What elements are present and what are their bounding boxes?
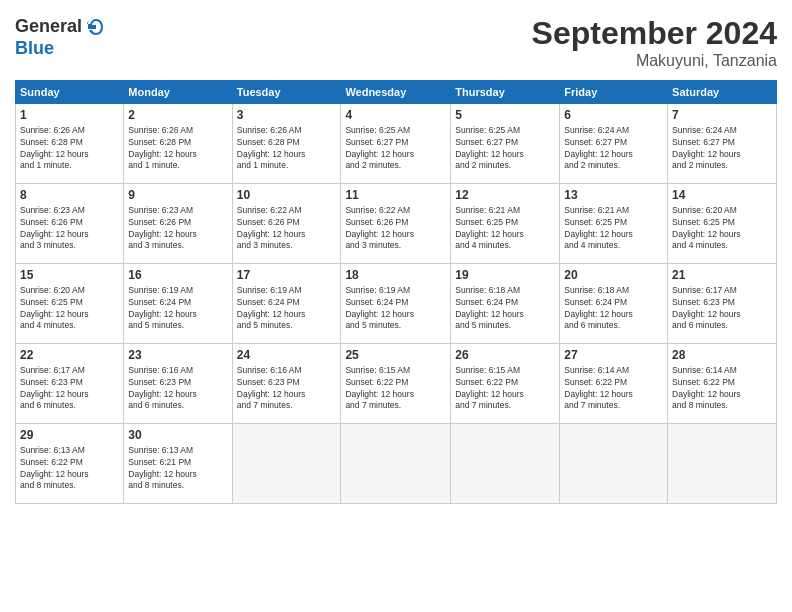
calendar-day-cell: 25Sunrise: 6:15 AMSunset: 6:22 PMDayligh… [341, 344, 451, 424]
calendar-day-cell: 21Sunrise: 6:17 AMSunset: 6:23 PMDayligh… [668, 264, 777, 344]
day-info: Sunrise: 6:15 AMSunset: 6:22 PMDaylight:… [455, 365, 555, 413]
day-number: 9 [128, 187, 227, 204]
logo-general-text: General [15, 17, 82, 37]
calendar-day-cell: 23Sunrise: 6:16 AMSunset: 6:23 PMDayligh… [124, 344, 232, 424]
day-info: Sunrise: 6:16 AMSunset: 6:23 PMDaylight:… [128, 365, 227, 413]
calendar-day-cell: 1Sunrise: 6:26 AMSunset: 6:28 PMDaylight… [16, 104, 124, 184]
day-number: 30 [128, 427, 227, 444]
day-number: 14 [672, 187, 772, 204]
day-number: 1 [20, 107, 119, 124]
day-info: Sunrise: 6:25 AMSunset: 6:27 PMDaylight:… [345, 125, 446, 173]
calendar-week-row: 22Sunrise: 6:17 AMSunset: 6:23 PMDayligh… [16, 344, 777, 424]
weekday-header-tuesday: Tuesday [232, 81, 341, 104]
day-info: Sunrise: 6:23 AMSunset: 6:26 PMDaylight:… [128, 205, 227, 253]
header: General Blue September 2024 Makuyuni, Ta… [15, 15, 777, 70]
day-info: Sunrise: 6:18 AMSunset: 6:24 PMDaylight:… [564, 285, 663, 333]
calendar-day-cell [560, 424, 668, 504]
day-number: 24 [237, 347, 337, 364]
day-number: 25 [345, 347, 446, 364]
calendar-day-cell: 29Sunrise: 6:13 AMSunset: 6:22 PMDayligh… [16, 424, 124, 504]
day-info: Sunrise: 6:19 AMSunset: 6:24 PMDaylight:… [345, 285, 446, 333]
day-info: Sunrise: 6:13 AMSunset: 6:21 PMDaylight:… [128, 445, 227, 493]
day-number: 13 [564, 187, 663, 204]
day-info: Sunrise: 6:20 AMSunset: 6:25 PMDaylight:… [20, 285, 119, 333]
title-block: September 2024 Makuyuni, Tanzania [532, 15, 777, 70]
calendar-day-cell: 5Sunrise: 6:25 AMSunset: 6:27 PMDaylight… [451, 104, 560, 184]
calendar-day-cell [341, 424, 451, 504]
day-info: Sunrise: 6:23 AMSunset: 6:26 PMDaylight:… [20, 205, 119, 253]
day-number: 27 [564, 347, 663, 364]
day-number: 2 [128, 107, 227, 124]
calendar-day-cell: 17Sunrise: 6:19 AMSunset: 6:24 PMDayligh… [232, 264, 341, 344]
page: General Blue September 2024 Makuyuni, Ta… [0, 0, 792, 612]
logo-blue-text: Blue [15, 38, 54, 58]
location-title: Makuyuni, Tanzania [532, 52, 777, 70]
day-number: 15 [20, 267, 119, 284]
day-number: 4 [345, 107, 446, 124]
calendar-day-cell: 18Sunrise: 6:19 AMSunset: 6:24 PMDayligh… [341, 264, 451, 344]
day-info: Sunrise: 6:20 AMSunset: 6:25 PMDaylight:… [672, 205, 772, 253]
calendar-day-cell: 3Sunrise: 6:26 AMSunset: 6:28 PMDaylight… [232, 104, 341, 184]
day-number: 22 [20, 347, 119, 364]
calendar-day-cell: 12Sunrise: 6:21 AMSunset: 6:25 PMDayligh… [451, 184, 560, 264]
calendar-day-cell: 4Sunrise: 6:25 AMSunset: 6:27 PMDaylight… [341, 104, 451, 184]
day-info: Sunrise: 6:25 AMSunset: 6:27 PMDaylight:… [455, 125, 555, 173]
weekday-header-friday: Friday [560, 81, 668, 104]
weekday-header-saturday: Saturday [668, 81, 777, 104]
day-info: Sunrise: 6:26 AMSunset: 6:28 PMDaylight:… [237, 125, 337, 173]
weekday-header-sunday: Sunday [16, 81, 124, 104]
calendar-day-cell [668, 424, 777, 504]
day-number: 5 [455, 107, 555, 124]
calendar-day-cell: 9Sunrise: 6:23 AMSunset: 6:26 PMDaylight… [124, 184, 232, 264]
month-title: September 2024 [532, 15, 777, 52]
calendar-day-cell: 28Sunrise: 6:14 AMSunset: 6:22 PMDayligh… [668, 344, 777, 424]
calendar-day-cell [451, 424, 560, 504]
day-number: 18 [345, 267, 446, 284]
day-number: 3 [237, 107, 337, 124]
calendar-day-cell: 22Sunrise: 6:17 AMSunset: 6:23 PMDayligh… [16, 344, 124, 424]
day-number: 16 [128, 267, 227, 284]
calendar-table: SundayMondayTuesdayWednesdayThursdayFrid… [15, 80, 777, 504]
day-info: Sunrise: 6:16 AMSunset: 6:23 PMDaylight:… [237, 365, 337, 413]
calendar-day-cell: 27Sunrise: 6:14 AMSunset: 6:22 PMDayligh… [560, 344, 668, 424]
day-number: 19 [455, 267, 555, 284]
weekday-header-monday: Monday [124, 81, 232, 104]
calendar-day-cell: 16Sunrise: 6:19 AMSunset: 6:24 PMDayligh… [124, 264, 232, 344]
calendar-day-cell: 30Sunrise: 6:13 AMSunset: 6:21 PMDayligh… [124, 424, 232, 504]
logo: General Blue [15, 15, 108, 59]
calendar-day-cell: 14Sunrise: 6:20 AMSunset: 6:25 PMDayligh… [668, 184, 777, 264]
day-info: Sunrise: 6:21 AMSunset: 6:25 PMDaylight:… [564, 205, 663, 253]
calendar-day-cell: 26Sunrise: 6:15 AMSunset: 6:22 PMDayligh… [451, 344, 560, 424]
calendar-day-cell: 15Sunrise: 6:20 AMSunset: 6:25 PMDayligh… [16, 264, 124, 344]
day-number: 11 [345, 187, 446, 204]
day-info: Sunrise: 6:21 AMSunset: 6:25 PMDaylight:… [455, 205, 555, 253]
day-info: Sunrise: 6:24 AMSunset: 6:27 PMDaylight:… [564, 125, 663, 173]
day-number: 29 [20, 427, 119, 444]
day-number: 20 [564, 267, 663, 284]
day-info: Sunrise: 6:19 AMSunset: 6:24 PMDaylight:… [237, 285, 337, 333]
calendar-day-cell: 11Sunrise: 6:22 AMSunset: 6:26 PMDayligh… [341, 184, 451, 264]
calendar-day-cell: 10Sunrise: 6:22 AMSunset: 6:26 PMDayligh… [232, 184, 341, 264]
day-number: 8 [20, 187, 119, 204]
day-number: 6 [564, 107, 663, 124]
calendar-day-cell: 24Sunrise: 6:16 AMSunset: 6:23 PMDayligh… [232, 344, 341, 424]
day-number: 26 [455, 347, 555, 364]
day-number: 7 [672, 107, 772, 124]
weekday-header-thursday: Thursday [451, 81, 560, 104]
day-info: Sunrise: 6:26 AMSunset: 6:28 PMDaylight:… [20, 125, 119, 173]
day-info: Sunrise: 6:18 AMSunset: 6:24 PMDaylight:… [455, 285, 555, 333]
day-number: 28 [672, 347, 772, 364]
day-info: Sunrise: 6:19 AMSunset: 6:24 PMDaylight:… [128, 285, 227, 333]
calendar-day-cell: 7Sunrise: 6:24 AMSunset: 6:27 PMDaylight… [668, 104, 777, 184]
day-info: Sunrise: 6:26 AMSunset: 6:28 PMDaylight:… [128, 125, 227, 173]
calendar-week-row: 15Sunrise: 6:20 AMSunset: 6:25 PMDayligh… [16, 264, 777, 344]
day-info: Sunrise: 6:14 AMSunset: 6:22 PMDaylight:… [672, 365, 772, 413]
day-info: Sunrise: 6:17 AMSunset: 6:23 PMDaylight:… [20, 365, 119, 413]
day-info: Sunrise: 6:13 AMSunset: 6:22 PMDaylight:… [20, 445, 119, 493]
day-number: 17 [237, 267, 337, 284]
day-number: 10 [237, 187, 337, 204]
day-info: Sunrise: 6:22 AMSunset: 6:26 PMDaylight:… [345, 205, 446, 253]
day-info: Sunrise: 6:17 AMSunset: 6:23 PMDaylight:… [672, 285, 772, 333]
calendar-day-cell: 2Sunrise: 6:26 AMSunset: 6:28 PMDaylight… [124, 104, 232, 184]
calendar-day-cell: 13Sunrise: 6:21 AMSunset: 6:25 PMDayligh… [560, 184, 668, 264]
